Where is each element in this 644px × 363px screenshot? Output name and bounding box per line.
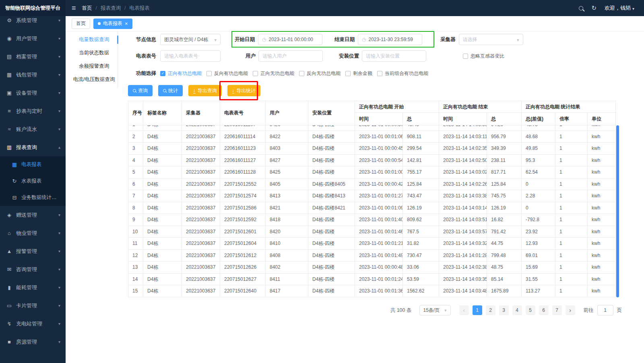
sidebar-item[interactable]: ⊟ 业务数据统计展示 (0, 189, 66, 206)
table-scrollbar[interactable] (616, 125, 619, 297)
cell-seq: 3 (128, 143, 143, 154)
tab-label: 电表报表 (103, 20, 122, 27)
function-checkbox[interactable]: 当前组合有功总电能 (377, 70, 428, 77)
cell-unit: kwh (588, 250, 615, 261)
tab[interactable]: 首页 (72, 19, 90, 29)
table-row[interactable]: 13 D4栋 20221003637 220715012626 8402 D4栋… (128, 261, 615, 274)
page-button[interactable]: 4 (512, 305, 522, 315)
export-query-button[interactable]: 导出查询 (188, 85, 222, 96)
cell-tag: D4栋 (143, 202, 182, 214)
checkbox-icon (377, 71, 382, 76)
page-button[interactable]: 1 (473, 305, 482, 315)
table-row[interactable]: 2 D4栋 20221003637 220616011114 8422 D4栋-… (128, 131, 615, 143)
table-row[interactable]: 7 D4栋 20221003637 220715012574 8413 D4栋-… (128, 190, 615, 202)
cell-end-total: 48.75 (487, 261, 522, 273)
cell-tag: D4栋 (143, 155, 182, 166)
chevron-icon (58, 285, 60, 290)
goto-page-input[interactable] (597, 305, 613, 315)
function-checkbox[interactable]: 反向无功总电能 (299, 70, 341, 77)
function-checkbox[interactable]: 正向有功总电能 (160, 70, 202, 77)
tab[interactable]: 电表报表 (93, 19, 132, 29)
cell-end-time: 2023-11-14 14:03:35 (439, 274, 487, 285)
end-date-label: 结束日期 (334, 36, 355, 43)
cell-meter: 220616011114 (220, 131, 266, 143)
table-row[interactable]: 8 D4栋 20221003637 220715012586 8421 D4栋-… (128, 202, 615, 214)
sidebar-item[interactable]: ↻ 水表报表 (0, 173, 66, 189)
cell-unit: kwh (588, 178, 615, 190)
search-icon[interactable] (579, 6, 583, 10)
table-row[interactable]: 15 D4栋 20221003637 220715012640 8417 D4栋… (128, 285, 615, 297)
page-size-select[interactable]: 15条/页 (419, 305, 451, 315)
table-row[interactable]: 14 D4栋 20221003637 220715012627 8411 D4栋… (128, 274, 615, 286)
query-type-item[interactable]: 当前状态数据 (70, 46, 118, 60)
user-input[interactable] (258, 50, 323, 62)
refresh-icon[interactable] (591, 4, 597, 12)
sidebar-item[interactable]: ▥ 报表查询 (0, 138, 66, 156)
table-row[interactable]: 5 D4栋 20221003637 220616011128 8425 D4栋-… (128, 166, 615, 178)
col-header-user: 用户 (266, 101, 308, 125)
cell-collector: 20221003637 (182, 274, 220, 285)
sidebar-item[interactable]: ▲ 报警管理 (0, 242, 66, 260)
sidebar-item[interactable]: ≡ 抄表与定时 (0, 102, 66, 120)
sidebar-item[interactable]: ▤ 档案管理 (0, 48, 66, 66)
cell-start-time: 2023-11-01 00:01:46 (355, 226, 403, 238)
function-checkbox[interactable]: 反向有功总电能 (206, 70, 248, 77)
next-page-button[interactable]: › (566, 305, 575, 315)
page-button[interactable]: 6 (539, 305, 549, 315)
table-row[interactable]: 10 D4栋 20221003637 220715012601 8420 D4栋… (128, 226, 615, 238)
start-date-input[interactable]: 2023-11-01 00:00:00 (258, 34, 322, 45)
page-button[interactable]: 2 (486, 305, 495, 315)
sidebar-item[interactable]: ⌂ 物业管理 (0, 224, 66, 242)
breadcrumb-home[interactable]: 首页 (82, 5, 92, 12)
cell-unit: kwh (588, 131, 615, 143)
node-select[interactable]: 图灵城市空间 / D4栋 (160, 34, 221, 45)
sidebar-item[interactable]: ▦ 钱包管理 (0, 66, 66, 84)
meter-no-input[interactable] (160, 50, 221, 62)
sidebar-item[interactable]: ↯ 充电站管理 (0, 315, 66, 333)
sidebar-item[interactable]: ▮ 能耗管理 (0, 278, 66, 297)
sidebar-item-label: 咨询管理 (16, 266, 37, 273)
col-header-meter: 电表表号 (220, 101, 266, 125)
table-row[interactable]: 11 D4栋 20221003637 220715012604 8410 D4栋… (128, 238, 615, 250)
cell-meter: 220715012592 (220, 214, 266, 226)
sidebar-item[interactable]: ■ 房源管理 (0, 333, 66, 351)
cell-start-time: 2023-11-01 00:00:48 (355, 261, 403, 273)
cell-tag: D4栋 (143, 238, 182, 249)
stats-button[interactable]: 统计 (158, 85, 183, 96)
table-row[interactable]: 12 D4栋 20221003637 220715012612 8408 D4栋… (128, 250, 615, 262)
sidebar-item[interactable]: ▦ 电表报表 (0, 156, 66, 173)
prev-page-button[interactable]: ‹ (459, 305, 469, 315)
collector-select[interactable]: 请选择 (459, 34, 523, 45)
table-row[interactable]: 1 D4栋 20221003637 220616011107 8426 D4栋-… (128, 125, 615, 131)
query-type-item[interactable]: 电量数据查询 (70, 33, 118, 46)
sidebar-item[interactable]: ◈ 赠送管理 (0, 206, 66, 224)
query-button[interactable]: 查询 (128, 85, 153, 96)
function-checkbox[interactable]: 剩余金额 (345, 70, 372, 77)
export-stats-button[interactable]: 导出统计 (227, 85, 261, 96)
table-row[interactable]: 9 D4栋 20221003637 220715012592 8418 D4栋-… (128, 214, 615, 226)
user-menu[interactable]: 欢迎，钱韬 (605, 4, 634, 12)
sidebar-item[interactable]: ▣ 设备管理 (0, 84, 66, 102)
page-button[interactable]: 7 (552, 305, 562, 315)
breadcrumb-report-query[interactable]: 报表查询 (92, 5, 121, 12)
ignore-ct-label: 忽略互感器变比 (471, 53, 504, 60)
query-type-item[interactable]: 电流/电压数据查询 (70, 73, 118, 86)
menu-toggle-icon[interactable] (72, 4, 76, 12)
tab-close-icon[interactable] (125, 21, 128, 27)
sidebar-item[interactable]: ≈ 账户流水 (0, 120, 66, 138)
location-input[interactable] (362, 50, 426, 62)
page-button[interactable]: 5 (526, 305, 535, 315)
table-row[interactable]: 4 D4栋 20221003637 220616011127 8427 D4栋-… (128, 155, 615, 167)
ignore-ct-checkbox[interactable]: 忽略互感器变比 (463, 53, 504, 60)
end-date-input[interactable]: 2023-11-30 23:59:59 (358, 34, 422, 45)
sidebar-item[interactable]: ✉ 咨询管理 (0, 260, 66, 278)
cell-rate: 1 (555, 214, 588, 226)
sidebar-item[interactable]: ◉ 用户管理 (0, 29, 66, 48)
query-type-item[interactable]: 余额报警查询 (70, 60, 118, 73)
table-row[interactable]: 3 D4栋 20221003637 220616011123 8403 D4栋-… (128, 143, 615, 155)
page-button[interactable]: 3 (499, 305, 509, 315)
function-checkbox[interactable]: 正向无功总电能 (253, 70, 294, 77)
sidebar-item-label: 电表报表 (21, 161, 41, 168)
table-row[interactable]: 6 D4栋 20221003637 220715012552 8405 D4栋-… (128, 178, 615, 191)
sidebar-item[interactable]: ▭ 卡片管理 (0, 297, 66, 315)
